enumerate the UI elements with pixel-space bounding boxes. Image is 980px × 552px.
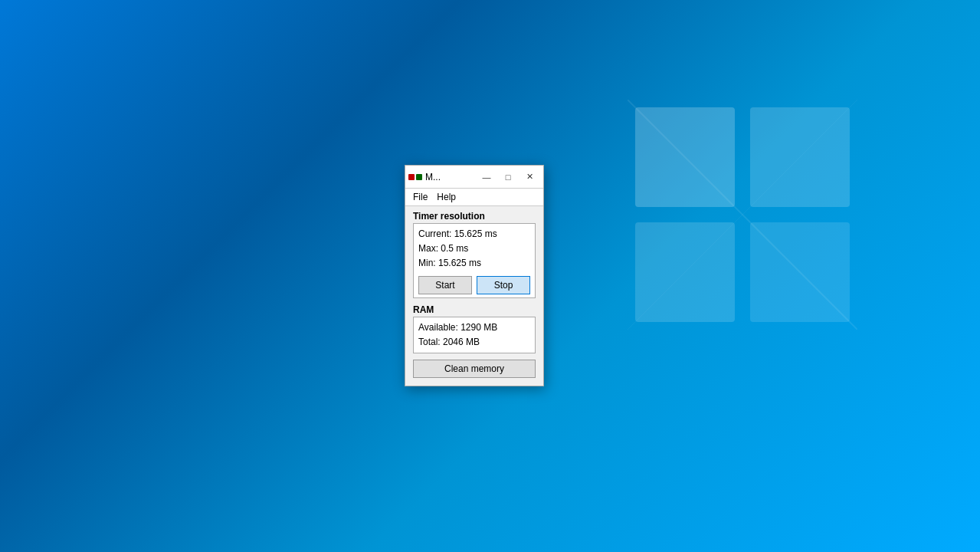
minimize-button[interactable]: — [476,166,497,189]
timer-current: Current: 15.625 ms [418,227,530,242]
content-area: Timer resolution Current: 15.625 ms Max:… [405,206,543,386]
menu-file[interactable]: File [408,190,432,204]
timer-max: Max: 0.5 ms [418,242,530,256]
timer-section-label: Timer resolution [413,211,536,222]
menu-bar: File Help [405,189,543,206]
ram-available: Available: 1290 MB [418,320,530,335]
title-bar: M... — □ ✕ [405,166,543,189]
timer-section-box: Current: 15.625 ms Max: 0.5 ms Min: 15.6… [413,223,536,298]
windows-logo [628,100,857,330]
desktop: M... — □ ✕ File Help Timer resolution Cu… [0,0,980,552]
ram-section-label: RAM [413,304,536,315]
icon-dot-green [416,174,422,180]
ram-section-box: Available: 1290 MB Total: 2046 MB [413,317,536,353]
ram-total: Total: 2046 MB [418,335,530,350]
app-icon [408,174,422,180]
maximize-button[interactable]: □ [497,166,519,189]
app-window: M... — □ ✕ File Help Timer resolution Cu… [405,165,544,386]
clean-memory-button[interactable]: Clean memory [413,360,536,378]
stop-button[interactable]: Stop [477,276,530,294]
close-button[interactable]: ✕ [519,166,540,189]
timer-min: Min: 15.625 ms [418,256,530,271]
icon-dot-red [408,174,415,180]
menu-help[interactable]: Help [432,190,461,204]
start-button[interactable]: Start [418,276,472,294]
timer-buttons: Start Stop [418,276,530,294]
window-controls: — □ ✕ [476,166,540,189]
window-title: M... [425,172,476,182]
